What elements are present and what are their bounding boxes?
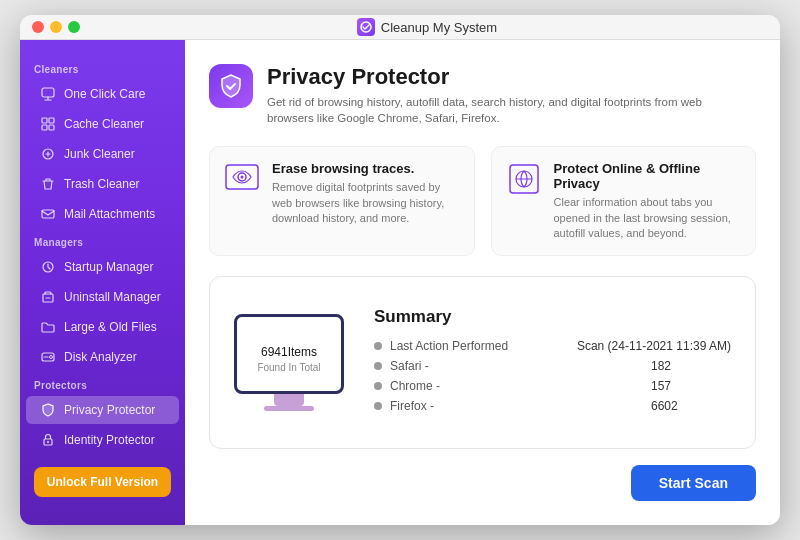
monitor-base [264, 406, 314, 411]
monitor-screen: 6941Items Found In Total [234, 314, 344, 394]
sidebar-item-large-old-files[interactable]: Large & Old Files [26, 313, 179, 341]
page-header-text: Privacy Protector Get rid of browsing hi… [267, 64, 747, 126]
summary-row-firefox: Firefox - 6602 [374, 399, 731, 413]
unlock-full-version-button[interactable]: Unlock Full Version [34, 467, 171, 497]
summary-row-label: Chrome - [390, 379, 643, 393]
sidebar-item-uninstall-manager[interactable]: Uninstall Manager [26, 283, 179, 311]
maximize-button[interactable] [68, 21, 80, 33]
package-icon [40, 289, 56, 305]
svg-point-13 [47, 441, 49, 443]
feature-title: Erase browsing traces. [272, 161, 460, 176]
sidebar-item-privacy-protector[interactable]: Privacy Protector [26, 396, 179, 424]
summary-row-label: Safari - [390, 359, 643, 373]
sidebar-bottom: Unlock Full Version [20, 455, 185, 509]
dot-icon [374, 342, 382, 350]
managers-section-label: Managers [20, 229, 185, 252]
sidebar-item-label: One Click Care [64, 87, 145, 101]
summary-row-value: 182 [651, 359, 731, 373]
svg-rect-3 [49, 118, 54, 123]
content-area: Privacy Protector Get rid of browsing hi… [185, 40, 780, 525]
sidebar-item-label: Mail Attachments [64, 207, 155, 221]
cleaners-section-label: Cleaners [20, 56, 185, 79]
action-row: Start Scan [209, 465, 756, 501]
broom-icon [40, 146, 56, 162]
privacy-protector-icon [209, 64, 253, 108]
trash-icon [40, 176, 56, 192]
sidebar-item-label: Trash Cleaner [64, 177, 140, 191]
summary-row-value: 6602 [651, 399, 731, 413]
globe-icon [506, 161, 542, 197]
lock-icon [40, 432, 56, 448]
svg-point-11 [50, 356, 53, 359]
sidebar: Cleaners One Click Care [20, 40, 185, 525]
summary-row-label: Firefox - [390, 399, 643, 413]
app-icon [357, 18, 375, 36]
page-description: Get rid of browsing history, autofill da… [267, 94, 747, 126]
main-window: Cleanup My System Cleaners One Click Car… [20, 15, 780, 525]
minimize-button[interactable] [50, 21, 62, 33]
svg-rect-1 [42, 88, 54, 97]
summary-row-safari: Safari - 182 [374, 359, 731, 373]
sidebar-item-label: Startup Manager [64, 260, 153, 274]
startup-icon [40, 259, 56, 275]
summary-title: Summary [374, 307, 731, 327]
sidebar-item-one-click-care[interactable]: One Click Care [26, 80, 179, 108]
sidebar-item-label: Identity Protector [64, 433, 155, 447]
disk-icon [40, 349, 56, 365]
sidebar-item-label: Large & Old Files [64, 320, 157, 334]
protect-privacy-card: Protect Online & Offline Privacy Clear i… [491, 146, 757, 256]
erase-traces-text: Erase browsing traces. Remove digital fo… [272, 161, 460, 226]
dot-icon [374, 402, 382, 410]
feature-title: Protect Online & Offline Privacy [554, 161, 742, 191]
grid-icon [40, 116, 56, 132]
window-title: Cleanup My System [381, 20, 497, 35]
feature-description: Clear information about tabs you opened … [554, 195, 742, 241]
dot-icon [374, 382, 382, 390]
svg-point-16 [241, 176, 244, 179]
dot-icon [374, 362, 382, 370]
close-button[interactable] [32, 21, 44, 33]
monitor-graphic: 6941Items Found In Total [234, 314, 344, 411]
summary-row-action: Last Action Performed Scan (24-11-2021 1… [374, 339, 731, 353]
page-header: Privacy Protector Get rid of browsing hi… [209, 64, 756, 126]
protectors-section-label: Protectors [20, 372, 185, 395]
shield-icon [40, 402, 56, 418]
title-bar-center: Cleanup My System [86, 18, 768, 36]
summary-row-label: Last Action Performed [390, 339, 569, 353]
summary-row-value: 157 [651, 379, 731, 393]
item-count: 6941Items [261, 336, 317, 362]
protect-privacy-text: Protect Online & Offline Privacy Clear i… [554, 161, 742, 241]
sidebar-item-disk-analyzer[interactable]: Disk Analyzer [26, 343, 179, 371]
feature-description: Remove digital footprints saved by web b… [272, 180, 460, 226]
sidebar-item-label: Uninstall Manager [64, 290, 161, 304]
monitor-stand [274, 394, 304, 406]
erase-traces-card: Erase browsing traces. Remove digital fo… [209, 146, 475, 256]
svg-rect-2 [42, 118, 47, 123]
sidebar-item-startup-manager[interactable]: Startup Manager [26, 253, 179, 281]
sidebar-item-trash-cleaner[interactable]: Trash Cleaner [26, 170, 179, 198]
sidebar-item-junk-cleaner[interactable]: Junk Cleaner [26, 140, 179, 168]
computer-icon [40, 86, 56, 102]
summary-row-value: Scan (24-11-2021 11:39 AM) [577, 339, 731, 353]
start-scan-button[interactable]: Start Scan [631, 465, 756, 501]
svg-rect-5 [49, 125, 54, 130]
sidebar-item-label: Cache Cleaner [64, 117, 144, 131]
svg-rect-7 [42, 210, 54, 218]
sidebar-item-mail-attachments[interactable]: Mail Attachments [26, 200, 179, 228]
folder-icon [40, 319, 56, 335]
svg-rect-4 [42, 125, 47, 130]
feature-cards: Erase browsing traces. Remove digital fo… [209, 146, 756, 256]
eye-icon [224, 161, 260, 197]
sidebar-item-label: Disk Analyzer [64, 350, 137, 364]
title-bar: Cleanup My System [20, 15, 780, 40]
sidebar-item-cache-cleaner[interactable]: Cache Cleaner [26, 110, 179, 138]
found-label: Found In Total [257, 362, 320, 373]
mail-icon [40, 206, 56, 222]
summary-row-chrome: Chrome - 157 [374, 379, 731, 393]
sidebar-item-label: Junk Cleaner [64, 147, 135, 161]
summary-details: Summary Last Action Performed Scan (24-1… [374, 307, 731, 419]
page-title: Privacy Protector [267, 64, 747, 90]
sidebar-item-label: Privacy Protector [64, 403, 155, 417]
sidebar-item-identity-protector[interactable]: Identity Protector [26, 426, 179, 454]
main-content: Cleaners One Click Care [20, 40, 780, 525]
